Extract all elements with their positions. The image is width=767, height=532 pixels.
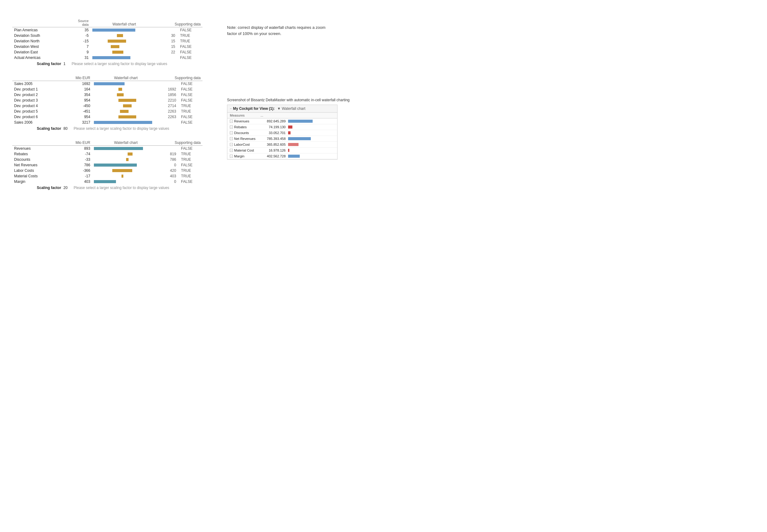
row-label: Deviation North (12, 38, 67, 44)
row-chart (92, 87, 160, 92)
bar-container (94, 152, 158, 156)
bool-value: FALSE (178, 179, 202, 184)
cockpit-bar-fill (288, 120, 313, 123)
row-value: -5 (67, 33, 91, 38)
row-label: Sales 2005 (12, 81, 65, 87)
bar-fill (117, 93, 124, 96)
th-waterfall-1: Waterfall chart (91, 18, 158, 27)
bar-spacer (92, 40, 108, 43)
cockpit-box: − My Cockpit for View (1): ▼ Waterfall c… (227, 105, 337, 160)
support-value (160, 146, 178, 152)
th-source-3: Mio EUR (65, 140, 92, 146)
support-value: 15 (158, 44, 177, 49)
cockpit-container: − My Cockpit for View (1): ▼ Waterfall c… (227, 105, 755, 160)
cockpit-row-value: 365.852.605 (260, 143, 288, 146)
row-chart (91, 49, 158, 55)
row-chart (91, 55, 158, 60)
expand-icon[interactable]: − (230, 125, 233, 129)
support-value: 420 (160, 168, 178, 173)
cockpit-bar (288, 142, 335, 147)
cockpit-row-label: −LaborCost (230, 143, 260, 146)
bar-container (92, 28, 156, 32)
support-value (160, 120, 178, 125)
cockpit-row: −Revenues892.645.289 (227, 118, 337, 124)
bar-spacer (92, 34, 117, 37)
bar-fill (118, 115, 136, 118)
cockpit-bar-fill (288, 125, 292, 129)
expand-icon[interactable]: − (230, 137, 233, 140)
scaling-note-2: Please select a larger scaling factor to… (74, 126, 169, 131)
cockpit-row-label: −Rebates (230, 125, 260, 129)
table-row: Dev. product 5-4512263TRUE (12, 109, 202, 114)
bar-fill (123, 104, 132, 107)
row-value: 35 (67, 27, 91, 33)
row-label: Margin (12, 179, 65, 184)
support-value: 2263 (160, 114, 178, 120)
table-row: Net Revenues7860FALSE (12, 162, 202, 168)
table-row: Rebates-74819TRUE (12, 151, 202, 157)
scaling-label-2: Scaling factor (37, 126, 61, 131)
scaling-row-3: Scaling factor 20 Please select a larger… (12, 186, 209, 190)
bar-container (94, 109, 158, 114)
bar-spacer (94, 158, 126, 161)
table-row: Dev. product 11641692FALSE (12, 87, 202, 92)
cockpit-row: −Discounts33.052.701 (227, 130, 337, 136)
cockpit-bar-fill (288, 149, 289, 152)
cockpit-row: −LaborCost365.852.605 (227, 142, 337, 148)
row-chart (91, 44, 158, 49)
bar-fill (112, 51, 123, 54)
chart-section-3: Mio EUR Waterfall chart Supporting data … (12, 140, 209, 190)
row-label: Plan Americas (12, 27, 67, 33)
table-row: Deviation East922FALSE (12, 49, 202, 55)
bar-container (94, 168, 158, 173)
bool-value: FALSE (177, 49, 202, 55)
row-value: 3217 (65, 120, 92, 125)
bar-container (92, 33, 156, 38)
bar-container (94, 157, 158, 162)
table-row: Sales 20051692FALSE (12, 81, 202, 87)
bar-spacer (94, 152, 128, 156)
bar-container (92, 39, 156, 43)
th-source-2: Mio EUR (65, 75, 92, 81)
waterfall-table-3: Mio EUR Waterfall chart Supporting data … (12, 140, 202, 184)
bar-spacer (94, 104, 123, 107)
row-value: 31 (67, 55, 91, 60)
source-line2: data (69, 23, 89, 26)
bar-fill (117, 34, 123, 37)
bar-container (94, 146, 158, 151)
expand-icon[interactable]: − (230, 131, 233, 134)
support-value: 819 (160, 151, 178, 157)
support-value: 15 (158, 38, 177, 44)
row-chart (91, 33, 158, 38)
expand-icon[interactable]: − (230, 155, 233, 158)
cockpit-col-dots: ... (260, 114, 263, 117)
right-column: Note: correct display of waterfall chart… (227, 18, 755, 199)
cockpit-row-label: −Margin (230, 154, 260, 158)
bool-value: FALSE (178, 114, 202, 120)
cockpit-title: My Cockpit for View (1): (233, 106, 275, 111)
cockpit-bar-fill (288, 155, 300, 158)
bar-container (94, 87, 158, 91)
row-chart (92, 109, 160, 114)
bool-value: TRUE (177, 38, 202, 44)
cockpit-label-text: LaborCost (234, 143, 250, 146)
cockpit-label-text: Rebates (234, 125, 247, 129)
row-chart (92, 98, 160, 103)
th-label-2 (12, 75, 65, 81)
row-label: Dev. product 3 (12, 98, 65, 103)
cockpit-label-text: Discounts (234, 131, 249, 135)
scaling-label-3: Scaling factor (37, 186, 61, 190)
expand-icon[interactable]: − (230, 149, 233, 152)
expand-icon[interactable]: − (230, 120, 233, 123)
bar-container (94, 104, 158, 108)
row-value: 954 (65, 98, 92, 103)
cockpit-row-label: −Revenues (230, 119, 260, 123)
waterfall-table-1: Source data Waterfall chart Supporting d… (12, 18, 202, 60)
th-support-1: Supporting data (158, 18, 202, 27)
table-row: Sales 20063217FALSE (12, 120, 202, 125)
bool-value: FALSE (178, 146, 202, 152)
cockpit-bar-fill (288, 137, 311, 140)
expand-icon[interactable]: − (230, 143, 233, 146)
row-value: 1692 (65, 81, 92, 87)
table-row: Margin4030FALSE (12, 179, 202, 184)
